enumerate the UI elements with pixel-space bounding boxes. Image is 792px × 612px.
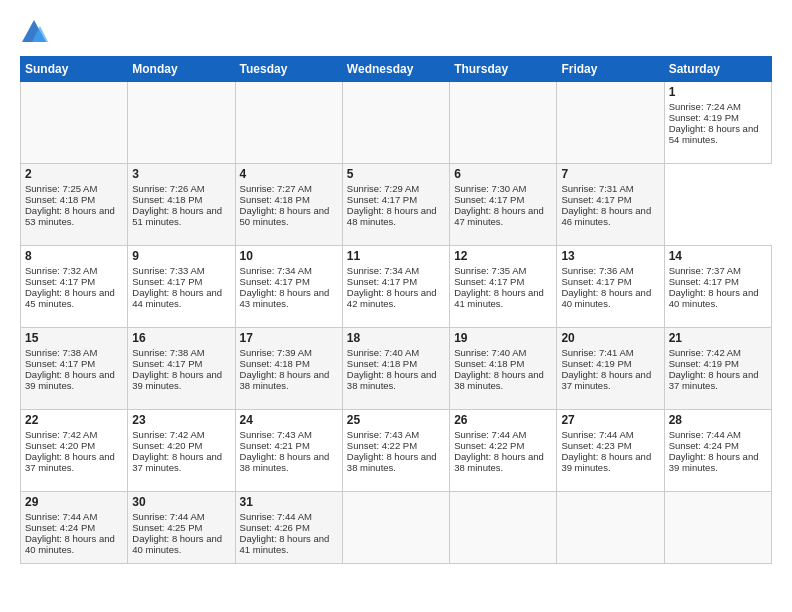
- day-header-wednesday: Wednesday: [342, 57, 449, 82]
- calendar-cell: 8Sunrise: 7:32 AMSunset: 4:17 PMDaylight…: [21, 246, 128, 328]
- page: SundayMondayTuesdayWednesdayThursdayFrid…: [0, 0, 792, 612]
- daylight-hours-label: Daylight: 8 hours and: [25, 533, 123, 544]
- day-number: 19: [454, 331, 552, 345]
- daylight-minutes-label: 38 minutes.: [240, 380, 338, 391]
- daylight-minutes-label: 39 minutes.: [132, 380, 230, 391]
- daylight-hours-label: Daylight: 8 hours and: [240, 287, 338, 298]
- sunrise-label: Sunrise: 7:30 AM: [454, 183, 552, 194]
- sunrise-label: Sunrise: 7:44 AM: [561, 429, 659, 440]
- sunrise-label: Sunrise: 7:31 AM: [561, 183, 659, 194]
- day-header-saturday: Saturday: [664, 57, 771, 82]
- day-number: 14: [669, 249, 767, 263]
- sunrise-label: Sunrise: 7:35 AM: [454, 265, 552, 276]
- calendar-cell: 16Sunrise: 7:38 AMSunset: 4:17 PMDayligh…: [128, 328, 235, 410]
- week-row-0: 1Sunrise: 7:24 AMSunset: 4:19 PMDaylight…: [21, 82, 772, 164]
- calendar-cell: [128, 82, 235, 164]
- sunset-label: Sunset: 4:24 PM: [25, 522, 123, 533]
- sunrise-label: Sunrise: 7:27 AM: [240, 183, 338, 194]
- calendar-cell: 3Sunrise: 7:26 AMSunset: 4:18 PMDaylight…: [128, 164, 235, 246]
- sunset-label: Sunset: 4:17 PM: [669, 276, 767, 287]
- sunrise-label: Sunrise: 7:44 AM: [454, 429, 552, 440]
- day-number: 29: [25, 495, 123, 509]
- week-row-4: 22Sunrise: 7:42 AMSunset: 4:20 PMDayligh…: [21, 410, 772, 492]
- calendar-cell: 27Sunrise: 7:44 AMSunset: 4:23 PMDayligh…: [557, 410, 664, 492]
- daylight-minutes-label: 53 minutes.: [25, 216, 123, 227]
- sunrise-label: Sunrise: 7:38 AM: [132, 347, 230, 358]
- sunrise-label: Sunrise: 7:40 AM: [454, 347, 552, 358]
- daylight-minutes-label: 40 minutes.: [25, 544, 123, 555]
- sunrise-label: Sunrise: 7:24 AM: [669, 101, 767, 112]
- daylight-hours-label: Daylight: 8 hours and: [240, 451, 338, 462]
- calendar-cell: 7Sunrise: 7:31 AMSunset: 4:17 PMDaylight…: [557, 164, 664, 246]
- sunset-label: Sunset: 4:17 PM: [454, 276, 552, 287]
- calendar-cell: 12Sunrise: 7:35 AMSunset: 4:17 PMDayligh…: [450, 246, 557, 328]
- calendar-cell: 11Sunrise: 7:34 AMSunset: 4:17 PMDayligh…: [342, 246, 449, 328]
- day-header-monday: Monday: [128, 57, 235, 82]
- daylight-hours-label: Daylight: 8 hours and: [454, 451, 552, 462]
- daylight-hours-label: Daylight: 8 hours and: [561, 205, 659, 216]
- day-header-sunday: Sunday: [21, 57, 128, 82]
- day-number: 23: [132, 413, 230, 427]
- calendar-cell: 20Sunrise: 7:41 AMSunset: 4:19 PMDayligh…: [557, 328, 664, 410]
- daylight-hours-label: Daylight: 8 hours and: [25, 451, 123, 462]
- calendar-cell: 9Sunrise: 7:33 AMSunset: 4:17 PMDaylight…: [128, 246, 235, 328]
- daylight-hours-label: Daylight: 8 hours and: [454, 369, 552, 380]
- day-number: 20: [561, 331, 659, 345]
- calendar-cell: 10Sunrise: 7:34 AMSunset: 4:17 PMDayligh…: [235, 246, 342, 328]
- daylight-minutes-label: 48 minutes.: [347, 216, 445, 227]
- daylight-minutes-label: 37 minutes.: [669, 380, 767, 391]
- sunrise-label: Sunrise: 7:44 AM: [240, 511, 338, 522]
- sunset-label: Sunset: 4:22 PM: [454, 440, 552, 451]
- day-number: 15: [25, 331, 123, 345]
- calendar-cell: [557, 492, 664, 564]
- sunrise-label: Sunrise: 7:34 AM: [240, 265, 338, 276]
- sunset-label: Sunset: 4:18 PM: [347, 358, 445, 369]
- header: [20, 18, 772, 46]
- calendar-cell: [21, 82, 128, 164]
- sunset-label: Sunset: 4:19 PM: [669, 112, 767, 123]
- calendar-cell: 5Sunrise: 7:29 AMSunset: 4:17 PMDaylight…: [342, 164, 449, 246]
- calendar-cell: 24Sunrise: 7:43 AMSunset: 4:21 PMDayligh…: [235, 410, 342, 492]
- sunrise-label: Sunrise: 7:26 AM: [132, 183, 230, 194]
- week-row-5: 29Sunrise: 7:44 AMSunset: 4:24 PMDayligh…: [21, 492, 772, 564]
- sunrise-label: Sunrise: 7:38 AM: [25, 347, 123, 358]
- day-header-tuesday: Tuesday: [235, 57, 342, 82]
- daylight-minutes-label: 43 minutes.: [240, 298, 338, 309]
- sunrise-label: Sunrise: 7:25 AM: [25, 183, 123, 194]
- daylight-minutes-label: 46 minutes.: [561, 216, 659, 227]
- day-number: 13: [561, 249, 659, 263]
- daylight-hours-label: Daylight: 8 hours and: [132, 205, 230, 216]
- daylight-minutes-label: 39 minutes.: [25, 380, 123, 391]
- daylight-hours-label: Daylight: 8 hours and: [240, 369, 338, 380]
- day-number: 17: [240, 331, 338, 345]
- daylight-minutes-label: 39 minutes.: [561, 462, 659, 473]
- daylight-hours-label: Daylight: 8 hours and: [561, 451, 659, 462]
- day-number: 22: [25, 413, 123, 427]
- calendar-cell: 14Sunrise: 7:37 AMSunset: 4:17 PMDayligh…: [664, 246, 771, 328]
- daylight-hours-label: Daylight: 8 hours and: [454, 287, 552, 298]
- daylight-hours-label: Daylight: 8 hours and: [347, 205, 445, 216]
- sunrise-label: Sunrise: 7:39 AM: [240, 347, 338, 358]
- daylight-hours-label: Daylight: 8 hours and: [669, 369, 767, 380]
- daylight-minutes-label: 47 minutes.: [454, 216, 552, 227]
- sunrise-label: Sunrise: 7:43 AM: [347, 429, 445, 440]
- sunset-label: Sunset: 4:18 PM: [454, 358, 552, 369]
- sunrise-label: Sunrise: 7:40 AM: [347, 347, 445, 358]
- daylight-hours-label: Daylight: 8 hours and: [132, 451, 230, 462]
- daylight-minutes-label: 50 minutes.: [240, 216, 338, 227]
- logo-icon: [20, 18, 48, 46]
- daylight-minutes-label: 38 minutes.: [347, 380, 445, 391]
- day-header-friday: Friday: [557, 57, 664, 82]
- sunrise-label: Sunrise: 7:32 AM: [25, 265, 123, 276]
- daylight-minutes-label: 38 minutes.: [454, 462, 552, 473]
- sunrise-label: Sunrise: 7:43 AM: [240, 429, 338, 440]
- daylight-hours-label: Daylight: 8 hours and: [454, 205, 552, 216]
- calendar-cell: 22Sunrise: 7:42 AMSunset: 4:20 PMDayligh…: [21, 410, 128, 492]
- sunset-label: Sunset: 4:24 PM: [669, 440, 767, 451]
- day-number: 11: [347, 249, 445, 263]
- sunset-label: Sunset: 4:22 PM: [347, 440, 445, 451]
- sunset-label: Sunset: 4:21 PM: [240, 440, 338, 451]
- sunset-label: Sunset: 4:23 PM: [561, 440, 659, 451]
- sunset-label: Sunset: 4:20 PM: [132, 440, 230, 451]
- calendar-cell: 6Sunrise: 7:30 AMSunset: 4:17 PMDaylight…: [450, 164, 557, 246]
